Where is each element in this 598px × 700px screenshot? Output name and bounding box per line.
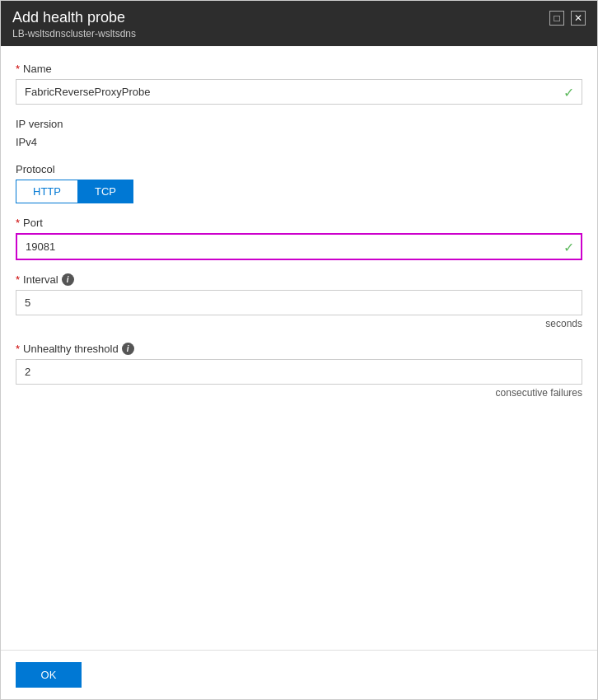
minimize-icon: □ <box>554 13 559 23</box>
add-health-probe-dialog: Add health probe LB-wsltsdnscluster-wslt… <box>0 0 598 700</box>
name-label: * Name <box>16 63 582 75</box>
interval-input-wrapper <box>16 290 582 315</box>
port-field-group: * Port ✓ <box>16 217 582 260</box>
port-input-wrapper: ✓ <box>16 233 582 260</box>
port-input[interactable] <box>16 233 582 260</box>
dialog-footer: OK <box>1 650 597 699</box>
protocol-label-text: Protocol <box>16 163 55 175</box>
protocol-http-button[interactable]: HTTP <box>16 180 77 203</box>
ip-version-label-text: IP version <box>16 118 63 130</box>
dialog-title: Add health probe <box>12 9 136 26</box>
ip-version-label: IP version <box>16 118 582 130</box>
unhealthy-threshold-required-star: * <box>16 343 20 355</box>
unhealthy-threshold-label: * Unhealthy threshold i <box>16 343 582 355</box>
title-bar: Add health probe LB-wsltsdnscluster-wslt… <box>1 1 597 46</box>
interval-hint: seconds <box>16 318 582 329</box>
unhealthy-threshold-input[interactable] <box>16 359 582 385</box>
unhealthy-threshold-field-group: * Unhealthy threshold i consecutive fail… <box>16 343 582 399</box>
name-field-group: * Name ✓ <box>16 63 582 105</box>
name-input-wrapper: ✓ <box>16 79 582 105</box>
protocol-toggle: HTTP TCP <box>16 180 582 203</box>
interval-info-icon[interactable]: i <box>62 273 74 286</box>
port-check-icon: ✓ <box>563 239 574 254</box>
interval-required-star: * <box>16 273 20 286</box>
name-input[interactable] <box>16 79 582 105</box>
ip-version-value: IPv4 <box>16 134 582 150</box>
minimize-button[interactable]: □ <box>549 11 564 26</box>
ip-version-field-group: IP version IPv4 <box>16 118 582 150</box>
dialog-subtitle: LB-wsltsdnscluster-wsltsdns <box>12 28 136 40</box>
port-label: * Port <box>16 217 582 229</box>
ok-button[interactable]: OK <box>16 662 82 688</box>
port-required-star: * <box>16 217 20 229</box>
port-label-text: Port <box>23 217 43 229</box>
name-check-icon: ✓ <box>563 84 574 100</box>
unhealthy-threshold-input-wrapper <box>16 359 582 385</box>
protocol-tcp-button[interactable]: TCP <box>77 180 133 203</box>
close-button[interactable]: ✕ <box>571 11 586 26</box>
name-required-star: * <box>16 63 20 75</box>
interval-label: * Interval i <box>16 273 582 286</box>
interval-input[interactable] <box>16 290 582 315</box>
protocol-label: Protocol <box>16 163 582 175</box>
unhealthy-threshold-info-icon[interactable]: i <box>122 343 134 355</box>
protocol-field-group: Protocol HTTP TCP <box>16 163 582 203</box>
close-icon: ✕ <box>574 13 582 23</box>
unhealthy-threshold-label-text: Unhealthy threshold <box>23 343 119 355</box>
interval-field-group: * Interval i seconds <box>16 273 582 329</box>
form-content: * Name ✓ IP version IPv4 Protocol HTTP T… <box>1 46 597 650</box>
title-bar-left: Add health probe LB-wsltsdnscluster-wslt… <box>12 9 136 40</box>
name-label-text: Name <box>23 63 52 75</box>
interval-label-text: Interval <box>23 273 58 286</box>
title-bar-controls: □ ✕ <box>549 11 586 26</box>
unhealthy-threshold-hint: consecutive failures <box>16 387 582 399</box>
